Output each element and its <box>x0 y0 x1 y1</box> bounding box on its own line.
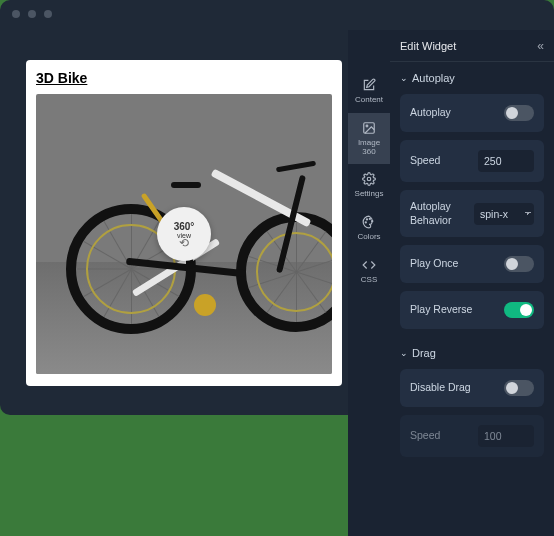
tab-label: Content <box>355 96 383 105</box>
image-360-viewer[interactable]: 360° view ⟲ <box>36 94 332 374</box>
autoplay-toggle[interactable] <box>504 105 534 121</box>
canvas-title: 3D Bike <box>36 70 332 86</box>
panel-title: Edit Widget <box>400 40 456 52</box>
window-dot <box>12 10 20 18</box>
collapse-panel-icon[interactable]: « <box>537 39 544 53</box>
canvas-card: 3D Bike 360° view ⟲ <box>26 60 342 386</box>
panel-body: Edit Widget « ⌄ Autoplay Autoplay Speed … <box>390 30 554 536</box>
section-title: Autoplay <box>412 72 455 84</box>
tab-settings[interactable]: Settings <box>348 164 390 207</box>
titlebar <box>0 0 554 28</box>
control-label: Autoplay <box>410 106 504 120</box>
section-autoplay: ⌄ Autoplay Autoplay Speed Autoplay Behav… <box>390 62 554 337</box>
edit-icon <box>362 78 376 92</box>
edit-widget-panel: Content Image 360 Settings Colors CSS Ed… <box>348 30 554 536</box>
control-label: Speed <box>410 429 478 443</box>
tab-colors[interactable]: Colors <box>348 207 390 250</box>
row-speed: Speed <box>400 140 544 182</box>
palette-icon <box>362 215 376 229</box>
badge-degree: 360° <box>174 221 195 232</box>
section-title: Drag <box>412 347 436 359</box>
section-header-autoplay[interactable]: ⌄ Autoplay <box>400 72 544 84</box>
row-autoplay-behavior: Autoplay Behavior spin-x <box>400 190 544 237</box>
row-play-once: Play Once <box>400 245 544 283</box>
tab-label: Settings <box>355 190 384 199</box>
row-autoplay: Autoplay <box>400 94 544 132</box>
control-label: Disable Drag <box>410 381 504 395</box>
rotate-arrows-icon: ⟲ <box>179 239 189 247</box>
svg-point-5 <box>366 219 367 220</box>
window-dot <box>28 10 36 18</box>
drag-speed-input[interactable] <box>478 425 534 447</box>
panel-header: Edit Widget « <box>390 30 554 62</box>
control-label: Play Reverse <box>410 303 504 317</box>
tab-label: Colors <box>357 233 380 242</box>
row-play-reverse: Play Reverse <box>400 291 544 329</box>
row-disable-drag: Disable Drag <box>400 369 544 407</box>
chevron-down-icon: ⌄ <box>400 73 408 83</box>
control-label: Play Once <box>410 257 504 271</box>
play-once-toggle[interactable] <box>504 256 534 272</box>
svg-point-3 <box>369 218 370 219</box>
tab-label: Image 360 <box>358 139 380 157</box>
svg-point-2 <box>367 178 371 182</box>
code-icon <box>362 258 376 272</box>
tab-label: CSS <box>361 276 377 285</box>
image-icon <box>362 121 376 135</box>
disable-drag-toggle[interactable] <box>504 380 534 396</box>
row-drag-speed: Speed <box>400 415 544 457</box>
svg-point-6 <box>365 222 366 223</box>
svg-point-1 <box>366 125 368 127</box>
tab-image-360[interactable]: Image 360 <box>348 113 390 165</box>
tab-content[interactable]: Content <box>348 70 390 113</box>
window-dot <box>44 10 52 18</box>
section-header-drag[interactable]: ⌄ Drag <box>400 347 544 359</box>
play-reverse-toggle[interactable] <box>504 302 534 318</box>
panel-tabs: Content Image 360 Settings Colors CSS <box>348 30 390 536</box>
tab-css[interactable]: CSS <box>348 250 390 293</box>
control-label: Speed <box>410 154 478 168</box>
autoplay-behavior-select[interactable]: spin-x <box>474 203 534 225</box>
speed-input[interactable] <box>478 150 534 172</box>
control-label: Autoplay Behavior <box>410 200 474 227</box>
section-drag: ⌄ Drag Disable Drag Speed <box>390 337 554 465</box>
chevron-down-icon: ⌄ <box>400 348 408 358</box>
360-view-badge[interactable]: 360° view ⟲ <box>157 207 211 261</box>
gear-icon <box>362 172 376 186</box>
